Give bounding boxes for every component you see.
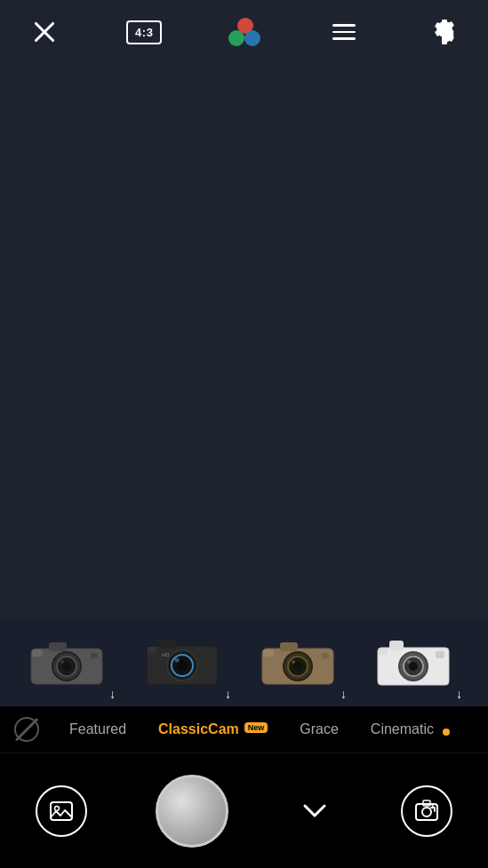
top-toolbar: 4:3 — [0, 0, 488, 64]
camera-svg-2: HD — [142, 635, 222, 689]
menu-button[interactable] — [328, 16, 360, 48]
shutter-button[interactable] — [156, 775, 228, 848]
svg-rect-7 — [91, 653, 98, 658]
svg-point-13 — [175, 658, 180, 663]
new-badge: New — [244, 722, 268, 733]
chevron-down-button[interactable] — [297, 793, 332, 829]
tab-cinematic[interactable]: Cinematic — [355, 721, 450, 737]
gallery-icon — [48, 798, 75, 824]
svg-rect-25 — [389, 641, 404, 650]
svg-point-36 — [422, 808, 431, 816]
flash-off-icon — [32, 20, 57, 44]
flip-camera-button[interactable] — [401, 785, 452, 837]
svg-rect-14 — [148, 647, 156, 653]
tab-grace-label: Grace — [300, 721, 339, 737]
camera-item-3[interactable]: ↓ — [240, 617, 356, 706]
aspect-ratio-label: 4:3 — [126, 20, 162, 44]
tab-classiccam-label: ClassicCam — [158, 721, 239, 737]
tab-grace[interactable]: Grace — [284, 721, 355, 737]
download-icon-1: ↓ — [109, 687, 116, 701]
svg-text:HD: HD — [162, 652, 170, 657]
svg-point-5 — [60, 660, 64, 664]
flip-camera-icon — [413, 798, 440, 824]
aspect-ratio-button[interactable]: 4:3 — [128, 16, 160, 48]
hamburger-icon — [332, 24, 356, 40]
no-filter-icon — [14, 717, 39, 742]
svg-rect-9 — [160, 640, 176, 649]
svg-rect-17 — [280, 642, 298, 651]
svg-point-21 — [292, 660, 295, 664]
svg-rect-32 — [51, 802, 72, 820]
camera-image-2: HD — [138, 631, 227, 693]
svg-point-33 — [55, 806, 60, 810]
bottom-bar — [0, 753, 488, 868]
tab-featured[interactable]: Featured — [53, 721, 142, 737]
svg-point-28 — [409, 662, 418, 671]
camera-svg-1 — [27, 635, 107, 689]
camera-svg-3 — [258, 635, 338, 689]
camera-item-2[interactable]: HD ↓ — [124, 617, 240, 706]
chevron-down-icon — [302, 802, 327, 820]
svg-rect-23 — [322, 653, 329, 658]
tab-featured-label: Featured — [69, 721, 126, 737]
svg-rect-30 — [379, 649, 388, 655]
camera-image-1 — [22, 631, 111, 693]
svg-rect-1 — [49, 642, 67, 651]
camera-strip: ↓ HD ↓ — [0, 617, 488, 706]
tab-no-filter[interactable] — [0, 717, 53, 742]
color-profile-icon — [228, 18, 260, 46]
camera-item-4[interactable]: ↓ — [356, 617, 471, 706]
svg-rect-6 — [32, 649, 43, 657]
svg-rect-31 — [436, 651, 444, 658]
flash-off-button[interactable] — [28, 16, 60, 48]
svg-point-4 — [62, 662, 71, 671]
tab-cinematic-label: Cinematic — [371, 721, 434, 737]
tab-bar: Featured ClassicCam New Grace Cinematic — [0, 706, 488, 753]
gear-icon — [430, 19, 457, 45]
svg-point-29 — [407, 660, 411, 664]
settings-button[interactable] — [428, 16, 460, 48]
viewfinder — [0, 64, 488, 617]
download-icon-2: ↓ — [225, 687, 231, 701]
svg-rect-22 — [263, 649, 274, 657]
cinematic-dot — [443, 729, 450, 736]
svg-point-20 — [293, 662, 302, 671]
camera-svg-4 — [373, 635, 453, 689]
camera-image-3 — [253, 631, 342, 693]
green-circle — [228, 30, 244, 46]
tab-classiccam[interactable]: ClassicCam New — [142, 721, 284, 737]
download-icon-4: ↓ — [456, 687, 462, 701]
camera-image-4 — [369, 631, 458, 693]
gallery-button[interactable] — [36, 785, 87, 837]
blue-circle — [244, 30, 260, 46]
color-profile-button[interactable] — [228, 16, 260, 48]
svg-point-12 — [177, 660, 188, 671]
download-icon-3: ↓ — [340, 687, 347, 701]
camera-item-1[interactable]: ↓ — [9, 617, 124, 706]
